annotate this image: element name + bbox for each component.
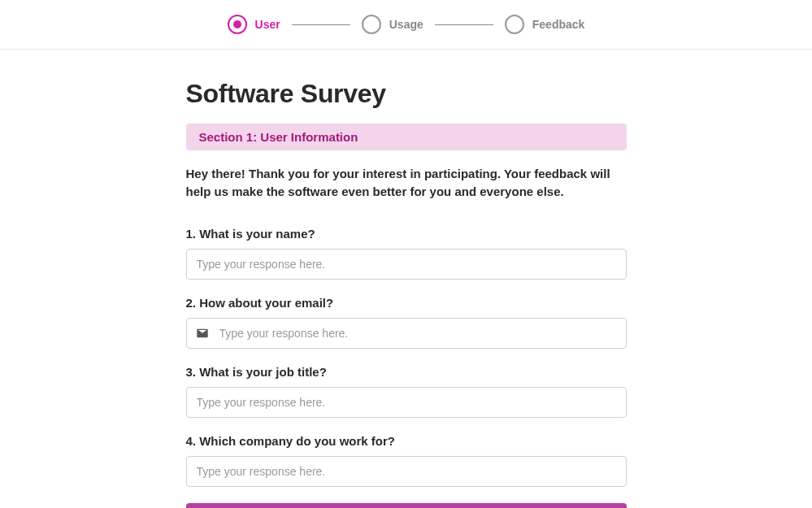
step-connector	[292, 24, 350, 25]
question-name: 1. What is your name?	[186, 227, 627, 280]
step-circle-icon	[505, 15, 524, 34]
step-circle-icon	[362, 15, 381, 34]
next-button[interactable]: Next	[186, 503, 627, 509]
step-label: User	[255, 18, 280, 31]
step-circle-icon	[228, 15, 247, 34]
step-label: Usage	[389, 18, 423, 31]
intro-text: Hey there! Thank you for your interest i…	[186, 165, 627, 201]
step-user[interactable]: User	[228, 15, 280, 34]
step-usage[interactable]: Usage	[362, 15, 423, 34]
section-banner: Section 1: User Information	[186, 124, 627, 150]
job-title-input[interactable]	[186, 387, 627, 418]
page-title: Software Survey	[186, 79, 627, 109]
question-label: 3. What is your job title?	[186, 365, 627, 379]
step-label: Feedback	[532, 18, 585, 31]
name-input[interactable]	[186, 249, 627, 280]
question-job-title: 3. What is your job title?	[186, 365, 627, 418]
survey-content: Software Survey Section 1: User Informat…	[186, 50, 627, 508]
question-company: 4. Which company do you work for?	[186, 434, 627, 487]
stepper: User Usage Feedback	[0, 15, 812, 34]
stepper-container: User Usage Feedback	[0, 0, 812, 50]
question-label: 1. What is your name?	[186, 227, 627, 241]
question-email: 2. How about your email?	[186, 296, 627, 349]
step-feedback[interactable]: Feedback	[505, 15, 585, 34]
question-label: 4. Which company do you work for?	[186, 434, 627, 448]
mail-icon	[196, 327, 209, 340]
company-input[interactable]	[186, 456, 627, 487]
step-connector	[435, 24, 493, 25]
question-label: 2. How about your email?	[186, 296, 627, 310]
email-input[interactable]	[186, 318, 627, 349]
